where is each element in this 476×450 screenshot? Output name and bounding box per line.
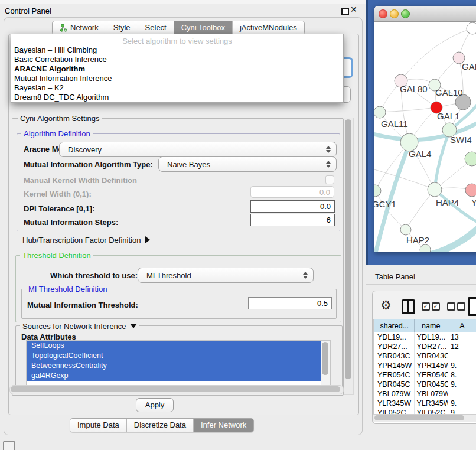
mi-steps-label: Mutual Information Steps: bbox=[24, 218, 118, 227]
close-icon[interactable]: ✕ bbox=[350, 5, 357, 14]
tab-jactivemnodules[interactable]: jActiveMNodules bbox=[232, 21, 304, 34]
node-label: GAL11 bbox=[381, 119, 408, 129]
group-title: Cyni Algorithm Settings bbox=[18, 114, 102, 123]
unchecked-checkbox-icon[interactable] bbox=[447, 302, 455, 311]
algorithm-option[interactable]: Mutual Information Inference bbox=[14, 74, 112, 83]
table-row[interactable]: YDR27...YDR27...12 bbox=[374, 342, 476, 351]
checked-checkbox-icon[interactable]: ✓ bbox=[422, 302, 430, 311]
table-row[interactable]: YPR145WYPR145W9. bbox=[374, 361, 476, 370]
table-row[interactable]: YBL079WYBL079W bbox=[374, 389, 476, 399]
zoom-traffic-light-icon[interactable] bbox=[401, 9, 410, 18]
control-panel-tabbar: NetworkStyleSelectCyni ToolboxjActiveMNo… bbox=[52, 21, 305, 35]
algorithm-option[interactable]: ARACNE Algorithm bbox=[14, 64, 85, 73]
apply-button[interactable]: Apply bbox=[136, 398, 174, 412]
table-row[interactable]: YLR345WYLR345W9. bbox=[374, 399, 476, 408]
node-label: GAL1 bbox=[437, 111, 459, 121]
network-node[interactable] bbox=[465, 184, 476, 197]
manual-kernel-width-checkbox[interactable] bbox=[325, 175, 334, 184]
tab-impute-data[interactable]: Impute Data bbox=[70, 419, 126, 432]
node-label: GAL80 bbox=[400, 84, 428, 94]
network-node[interactable] bbox=[465, 152, 476, 166]
which-threshold-select[interactable]: MI Threshold bbox=[138, 268, 314, 283]
data-attribute-item-selected[interactable]: BetweennessCentrality bbox=[27, 361, 321, 371]
column-header[interactable]: A bbox=[448, 319, 476, 332]
column-header[interactable]: shared... bbox=[374, 319, 415, 332]
network-node[interactable] bbox=[374, 185, 381, 197]
network-canvas[interactable]: GALGAL80GAL10GAL1GAL11SWI4GAL4GCY1HAP4YH… bbox=[374, 21, 476, 252]
network-edge[interactable] bbox=[435, 131, 449, 190]
algorithm-option[interactable]: Dream8 DC_TDC Algorithm bbox=[14, 93, 109, 102]
spinner-arrows-icon bbox=[302, 272, 308, 279]
sources-toggle[interactable]: Sources for Network Inference bbox=[20, 322, 139, 331]
column-header[interactable]: name bbox=[415, 319, 448, 332]
panel-title: Control Panel bbox=[5, 6, 51, 15]
spinner-arrows-icon bbox=[325, 161, 331, 168]
unchecked-checkbox-icon[interactable] bbox=[457, 302, 465, 311]
algorithm-option[interactable]: Bayesian – K2 bbox=[14, 83, 64, 92]
table-header[interactable]: shared...nameA bbox=[374, 319, 476, 332]
mi-threshold-label: Mutual Information Threshold: bbox=[27, 301, 138, 309]
network-icon bbox=[60, 24, 67, 32]
data-attribute-item-selected[interactable]: gal4RGexp bbox=[27, 371, 321, 381]
network-node[interactable] bbox=[400, 224, 411, 235]
table-row[interactable]: YDL19...YDL19...13 bbox=[374, 332, 476, 342]
desktop-edge bbox=[366, 0, 368, 265]
mi-algorithm-type-select[interactable]: Naive Bayes bbox=[158, 156, 337, 172]
new-table-icon[interactable] bbox=[468, 297, 476, 316]
algorithm-option[interactable]: Basic Correlation Inference bbox=[14, 55, 107, 64]
dock-panel-icon[interactable] bbox=[3, 441, 15, 450]
tab-infer-network[interactable]: Infer Network bbox=[193, 419, 253, 432]
dropdown-placeholder: Select algorithm to view settings bbox=[11, 37, 343, 45]
network-edge[interactable] bbox=[376, 144, 409, 252]
aracne-mode-select[interactable]: Discovery bbox=[59, 142, 337, 157]
close-traffic-light-icon[interactable] bbox=[379, 9, 387, 18]
tab-discretize-data[interactable]: Discretize Data bbox=[126, 419, 193, 432]
expand-right-icon bbox=[145, 236, 150, 243]
table-body[interactable]: YDL19...YDL19...13YDR27...YDR27...12YBR0… bbox=[374, 332, 476, 418]
table-row[interactable]: YBR045CYBR045C9. bbox=[374, 380, 476, 389]
divider bbox=[366, 284, 476, 285]
network-node[interactable] bbox=[374, 106, 386, 118]
node-label: GCY1 bbox=[374, 199, 396, 209]
table-panel-title: Table Panel bbox=[375, 272, 415, 281]
table-row[interactable]: YER054CYER054C8. bbox=[374, 370, 476, 380]
gear-icon[interactable]: ⚙ bbox=[380, 298, 392, 313]
app-top-strip bbox=[0, 0, 366, 4]
attributes-scrollbar-thumb[interactable] bbox=[322, 342, 328, 375]
node-label: HAP4 bbox=[436, 197, 459, 207]
mi-threshold-field[interactable] bbox=[248, 297, 332, 309]
algorithm-definition-title: Algorithm Definition bbox=[21, 129, 93, 138]
tab-cyni-toolbox[interactable]: Cyni Toolbox bbox=[174, 21, 232, 34]
network-node[interactable] bbox=[467, 22, 476, 34]
data-attribute-item-selected[interactable]: TopologicalCoefficient bbox=[27, 351, 321, 361]
hub-definition-toggle[interactable]: Hub/Transcription Factor Definition bbox=[22, 236, 150, 244]
table-row[interactable]: YBR043CYBR043C bbox=[374, 351, 476, 361]
network-node[interactable] bbox=[420, 244, 431, 252]
minimize-traffic-light-icon[interactable] bbox=[390, 9, 399, 18]
mi-algorithm-type-label: Mutual Information Algorithm Type: bbox=[24, 160, 153, 169]
table-scrollbar-thumb[interactable] bbox=[374, 415, 464, 420]
tab-network[interactable]: Network bbox=[53, 21, 106, 34]
which-threshold-label: Which threshold to use: bbox=[50, 271, 138, 280]
algorithm-dropdown-popup: Select algorithm to view settings Bayesi… bbox=[11, 34, 344, 103]
data-attribute-item-selected[interactable]: SelfLoops bbox=[27, 341, 321, 351]
dpi-tolerance-field[interactable] bbox=[250, 200, 335, 213]
kernel-width-field[interactable] bbox=[250, 186, 334, 198]
node-table[interactable]: shared...nameA YDL19...YDL19...13YDR27..… bbox=[373, 319, 476, 423]
tab-style[interactable]: Style bbox=[106, 21, 138, 34]
checked-checkbox-icon[interactable]: ✓ bbox=[432, 302, 440, 311]
spinner-arrows-icon bbox=[325, 146, 331, 153]
horizontal-scrollbar-thumb[interactable] bbox=[11, 386, 340, 392]
float-window-icon[interactable] bbox=[341, 8, 349, 15]
mi-threshold-definition-title: MI Threshold Definition bbox=[26, 285, 109, 294]
vertical-scrollbar-thumb[interactable] bbox=[345, 119, 351, 379]
mi-steps-field[interactable] bbox=[250, 214, 335, 226]
data-attributes-list[interactable]: SelfLoopsTopologicalCoefficientBetweenne… bbox=[26, 340, 322, 386]
network-node[interactable] bbox=[428, 182, 442, 197]
show-columns-icon[interactable] bbox=[402, 299, 415, 314]
network-edge[interactable] bbox=[380, 107, 436, 112]
tab-select[interactable]: Select bbox=[138, 21, 174, 34]
node-label: GAL10 bbox=[435, 87, 463, 97]
network-edge[interactable] bbox=[406, 190, 435, 230]
algorithm-option[interactable]: Bayesian – Hill Climbing bbox=[14, 45, 97, 54]
